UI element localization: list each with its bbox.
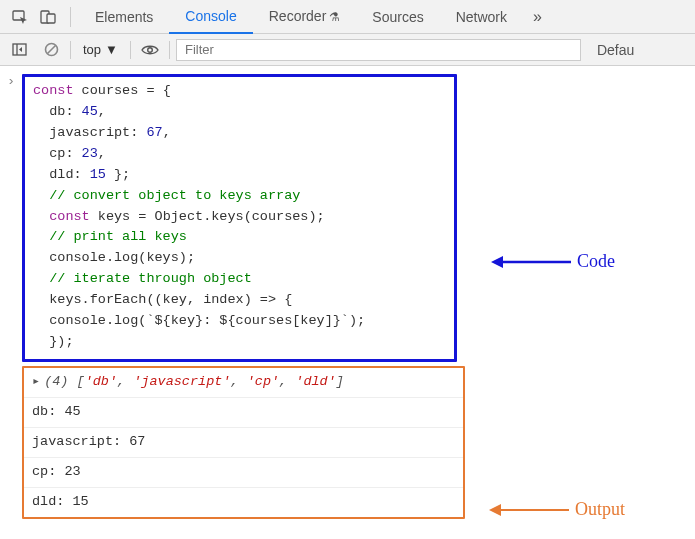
arrow-left-icon <box>489 500 569 520</box>
console-log-line: javascript: 67 <box>24 428 463 458</box>
console-log-line: db: 45 <box>24 398 463 428</box>
devtools-tabbar: Elements Console Recorder⚗ Sources Netwo… <box>0 0 695 34</box>
arrow-left-icon <box>491 252 571 272</box>
console-log-array[interactable]: ▸(4) ['db', 'javascript', 'cp', 'dld'] <box>24 368 463 398</box>
code-annotation-label: Code <box>491 248 615 276</box>
console-input-row: const courses = { db: 45, javascript: 67… <box>0 72 695 364</box>
svg-point-5 <box>148 47 153 52</box>
code-block: const courses = { db: 45, javascript: 67… <box>33 81 446 353</box>
console-output-area: const courses = { db: 45, javascript: 67… <box>0 66 695 519</box>
select-element-icon[interactable] <box>6 3 34 31</box>
filter-input[interactable] <box>176 39 581 61</box>
log-levels-dropdown[interactable]: Defau <box>587 42 634 58</box>
separator <box>70 7 71 27</box>
separator <box>130 41 131 59</box>
svg-marker-9 <box>489 504 501 516</box>
separator <box>70 41 71 59</box>
svg-marker-7 <box>491 256 503 268</box>
console-toolbar: top ▼ Defau <box>0 34 695 66</box>
context-selector[interactable]: top ▼ <box>77 42 124 57</box>
tab-console[interactable]: Console <box>169 0 252 34</box>
expand-icon[interactable]: ▸ <box>32 374 40 389</box>
tab-elements[interactable]: Elements <box>79 0 169 34</box>
svg-rect-2 <box>47 14 55 23</box>
chevron-down-icon: ▼ <box>105 42 118 57</box>
separator <box>169 41 170 59</box>
context-label: top <box>83 42 101 57</box>
device-toolbar-icon[interactable] <box>34 3 62 31</box>
flask-icon: ⚗ <box>329 10 340 24</box>
input-prompt-icon <box>0 72 22 93</box>
tab-network[interactable]: Network <box>440 0 523 34</box>
tab-recorder-label: Recorder <box>269 8 327 24</box>
tab-recorder[interactable]: Recorder⚗ <box>253 0 357 34</box>
tab-sources[interactable]: Sources <box>356 0 439 34</box>
clear-console-icon[interactable] <box>38 37 64 63</box>
toggle-sidebar-icon[interactable] <box>6 37 32 63</box>
console-log-line: cp: 23 <box>24 458 463 488</box>
output-annotation-box: ▸(4) ['db', 'javascript', 'cp', 'dld'] d… <box>22 366 465 519</box>
console-log-line: dld: 15 <box>24 488 463 517</box>
code-annotation-box: const courses = { db: 45, javascript: 67… <box>22 74 457 362</box>
output-annotation-label: Output <box>489 496 625 524</box>
more-tabs-icon[interactable]: » <box>523 8 552 26</box>
live-expression-icon[interactable] <box>137 37 163 63</box>
